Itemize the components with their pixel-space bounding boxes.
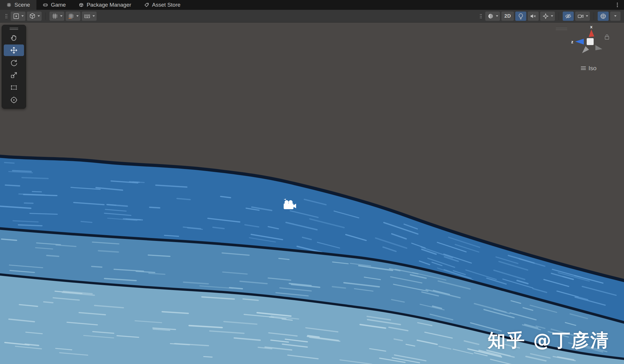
dropdown-arrow-icon: [614, 15, 616, 17]
unity-editor-window: Scene Game Package Manager Asset Store: [0, 0, 624, 364]
watermark-text: 知乎 @丁彦清: [488, 328, 610, 352]
scene-view-toolbar: 2D: [0, 10, 624, 23]
axis-negative-cone[interactable]: [582, 46, 589, 53]
white-camera-sprite: [284, 199, 296, 209]
tool-handle-rotation-dropdown[interactable]: [27, 12, 42, 21]
toolbar-separator: [559, 12, 559, 20]
dropdown-arrow-icon: [60, 15, 62, 17]
speaker-mute-icon: [529, 12, 537, 20]
projection-label: Iso: [588, 65, 597, 72]
toolbar-separator: [45, 12, 46, 20]
tool-handle-position-dropdown[interactable]: [11, 12, 25, 21]
transform-tool-button[interactable]: [4, 94, 24, 106]
dropdown-arrow-icon: [38, 15, 40, 17]
palette-drag-handle[interactable]: [10, 27, 18, 31]
editor-tab-bar: Scene Game Package Manager Asset Store: [0, 0, 624, 10]
shaded-sphere-icon: [487, 12, 494, 20]
axis-z-cone[interactable]: [575, 39, 584, 44]
scene-effects-dropdown[interactable]: [540, 12, 555, 21]
padlock-icon[interactable]: [604, 34, 610, 40]
tab-scene[interactable]: Scene: [0, 0, 36, 10]
game-controller-icon: [43, 2, 48, 8]
rect-tool-button[interactable]: [4, 82, 24, 93]
2d-label: 2D: [503, 13, 512, 19]
view-hand-tool-button[interactable]: [4, 32, 24, 44]
gizmos-dropdown[interactable]: [610, 12, 621, 21]
crosshair-circle-icon: [10, 96, 18, 104]
tab-label: Asset Store: [152, 2, 180, 8]
tab-label: Game: [51, 2, 66, 8]
gizmos-toggle[interactable]: [598, 12, 609, 21]
dropdown-arrow-icon: [586, 15, 588, 17]
grid-visibility-dropdown[interactable]: [49, 12, 64, 21]
toggle-2d-view-button[interactable]: 2D: [501, 12, 514, 21]
grid-snapping-dropdown[interactable]: [66, 12, 80, 21]
toolbar-separator: [594, 12, 594, 20]
kebab-menu-icon: [615, 2, 620, 8]
dropdown-arrow-icon: [93, 15, 95, 17]
grid-hash-icon: [51, 12, 59, 20]
grid-hash-accent-icon: [67, 12, 75, 20]
hand-icon: [10, 34, 18, 42]
dropdown-arrow-icon: [551, 15, 553, 17]
dropdown-arrow-icon: [76, 15, 79, 17]
dropdown-arrow-icon: [21, 15, 24, 17]
package-box-icon: [79, 2, 84, 8]
scene-viewport[interactable]: x z Iso: [0, 23, 624, 364]
rotate-tool-button[interactable]: [4, 57, 24, 68]
tab-label: Package Manager: [87, 2, 131, 8]
video-camera-icon: [577, 12, 584, 20]
axis-z-label: z: [571, 39, 573, 44]
tab-game[interactable]: Game: [36, 0, 72, 10]
dashed-rect-icon: [10, 83, 18, 92]
scene-visibility-toggle[interactable]: [563, 12, 574, 21]
projection-toggle[interactable]: Iso: [581, 65, 597, 72]
orientation-gizmo[interactable]: x z Iso: [564, 24, 614, 72]
globe-gizmo-icon: [599, 12, 607, 20]
toolbar-drag-handle[interactable]: [3, 13, 9, 19]
scene-camera-settings-dropdown[interactable]: [575, 12, 590, 21]
scene-audio-toggle[interactable]: [528, 12, 539, 21]
snap-increment-dropdown[interactable]: [82, 12, 97, 21]
four-arrow-cross-icon: [10, 46, 18, 54]
toolbar-drag-handle[interactable]: [478, 13, 484, 19]
orientation-gizmo-axes[interactable]: x z: [567, 24, 610, 62]
gizmo-center-cube[interactable]: [587, 38, 594, 45]
pivot-square-icon: [12, 12, 20, 20]
axis-negative-cone[interactable]: [595, 45, 602, 50]
tab-package-manager[interactable]: Package Manager: [72, 0, 138, 10]
star-sparkle-icon: [542, 12, 549, 20]
scene-lighting-toggle[interactable]: [515, 12, 526, 21]
grip-dots-icon: [479, 13, 482, 19]
dropdown-arrow-icon: [496, 15, 498, 17]
scale-box-arrow-icon: [10, 71, 18, 79]
water-illustration: [0, 23, 624, 364]
rotate-arc-icon: [10, 59, 18, 67]
hamburger-icon: [581, 66, 586, 70]
scene-grid-icon: [6, 2, 12, 8]
axis-x-label: x: [590, 24, 593, 29]
shading-mode-dropdown[interactable]: [485, 12, 500, 21]
camera-gizmo-sprite[interactable]: [282, 199, 297, 211]
tab-bar-menu-button[interactable]: [611, 0, 624, 10]
grip-dots-icon: [5, 13, 8, 19]
scale-tool-button[interactable]: [4, 69, 24, 81]
tab-label: Scene: [14, 2, 30, 8]
tab-asset-store[interactable]: Asset Store: [138, 0, 187, 10]
cube-icon: [29, 12, 36, 20]
move-tool-button[interactable]: [4, 44, 24, 56]
eye-slash-icon: [564, 12, 572, 20]
asset-store-tag-icon: [144, 2, 149, 8]
axis-x-cone[interactable]: [589, 29, 594, 37]
ruler-ticks-icon: [84, 12, 91, 20]
light-bulb-icon: [517, 12, 525, 20]
tools-overlay-palette: [2, 25, 26, 109]
